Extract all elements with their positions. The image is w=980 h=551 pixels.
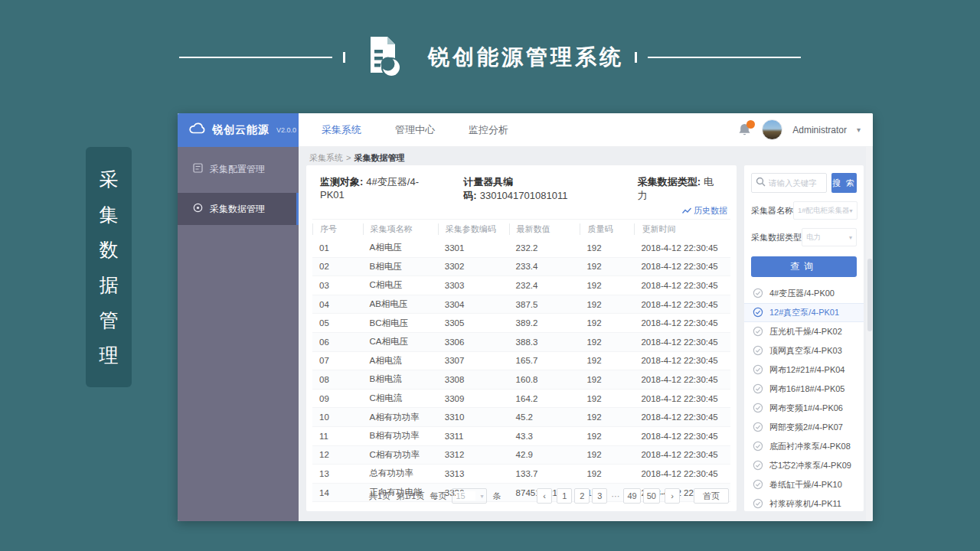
table-row[interactable]: 04AB相电压3304387.51922018-4-12 22:30:45 xyxy=(312,295,730,315)
device-item[interactable]: 压光机干燥/4-PK02 xyxy=(751,322,857,341)
vertical-tab-char: 采 xyxy=(100,170,119,189)
check-circle-icon xyxy=(753,326,763,338)
table-row[interactable]: 09C相电流3309164.21922018-4-12 22:30:45 xyxy=(312,390,730,409)
table-row[interactable]: 03C相电压3303232.41922018-4-12 22:30:45 xyxy=(312,276,730,295)
per-page-caret-icon[interactable]: ▾ xyxy=(480,493,483,500)
monitor-label: 监测对象: xyxy=(320,176,363,187)
table-cell: 3302 xyxy=(438,262,509,271)
table-row[interactable]: 11B相有功功率331143.31922018-4-12 22:30:45 xyxy=(312,427,730,446)
scrollbar-thumb[interactable] xyxy=(867,259,872,331)
collector-caret-icon: ▾ xyxy=(850,207,853,214)
check-circle-icon xyxy=(753,307,763,319)
device-item[interactable]: 4#变压器/4-PK00 xyxy=(751,284,857,303)
table-cell: 2018-4-12 22:30:45 xyxy=(634,281,730,290)
collector-select[interactable]: 1#配电柜采集器 ▾ xyxy=(793,201,858,220)
notification-bell-icon[interactable] xyxy=(738,122,752,138)
data-table: 序号采集项名称采集参数编码最新数值质量码更新时间 01A相电压3301232.2… xyxy=(312,219,730,502)
check-circle-icon xyxy=(753,460,763,472)
table-cell: 总有功功率 xyxy=(363,468,438,479)
device-item[interactable]: 卷纸缸干燥/4-PK10 xyxy=(751,475,857,494)
device-item-label: 网布12#21#/4-PK04 xyxy=(769,364,844,376)
table-row[interactable]: 08B相电流3308160.81922018-4-12 22:30:45 xyxy=(312,370,730,390)
table-cell: B相电压 xyxy=(363,261,438,272)
banner-tick-left xyxy=(343,52,345,63)
table-row[interactable]: 10A相有功功率331045.21922018-4-12 22:30:45 xyxy=(312,408,730,427)
device-item[interactable]: 网布变频1#/4-PK06 xyxy=(751,399,857,418)
top-nav-item[interactable]: 采集系统 xyxy=(322,123,361,137)
pagination-page-button[interactable]: 50 xyxy=(643,488,660,504)
table-cell: C相有功功率 xyxy=(363,449,438,461)
breadcrumb: 采集系统>采集数据管理 xyxy=(299,147,873,164)
table-header-cell: 更新时间 xyxy=(634,223,730,235)
history-data-link[interactable]: 历史数据 xyxy=(682,205,727,217)
table-row[interactable]: 13总有功功率3313133.71922018-4-12 22:30:45 xyxy=(312,465,730,484)
table-cell: BC相电压 xyxy=(363,318,438,329)
vertical-page-tab: 采集数据管理 xyxy=(86,147,132,387)
datatype-select[interactable]: 电力 ▾ xyxy=(802,228,857,246)
table-cell: 192 xyxy=(580,337,634,347)
pagination-page-button[interactable]: 1 xyxy=(557,488,572,504)
per-page-input[interactable] xyxy=(456,491,475,500)
table-cell: 387.5 xyxy=(509,300,580,309)
device-item[interactable]: 衬浆碎浆机/4-PK11 xyxy=(751,494,857,514)
table-cell: 164.2 xyxy=(509,394,580,403)
table-cell: 04 xyxy=(312,300,363,309)
per-page-label: 每页 xyxy=(430,491,446,502)
sidebar-item-label: 采集配置管理 xyxy=(210,163,265,176)
pagination-prev-button[interactable]: ‹ xyxy=(537,488,552,504)
check-circle-icon xyxy=(753,364,763,377)
table-header-row: 序号采集项名称采集参数编码最新数值质量码更新时间 xyxy=(312,219,730,239)
pagination-home-button[interactable]: 首页 xyxy=(694,488,729,504)
table-cell: 2018-4-12 22:30:45 xyxy=(634,337,730,347)
table-row[interactable]: 07A相电流3307165.71922018-4-12 22:30:45 xyxy=(312,352,730,371)
pagination-page-button[interactable]: 3 xyxy=(592,488,607,504)
table-cell: 3303 xyxy=(438,281,509,290)
pagination-page-button[interactable]: 2 xyxy=(574,488,590,504)
table-cell: 160.8 xyxy=(509,375,580,384)
device-item[interactable]: 顶网真空泵/4-PK03 xyxy=(751,341,857,360)
pagination-page-button[interactable]: 49 xyxy=(623,488,640,504)
check-circle-icon xyxy=(753,479,763,491)
table-cell: CA相电压 xyxy=(363,336,438,347)
sidebar-item[interactable]: 采集数据管理 xyxy=(178,193,299,225)
avatar[interactable] xyxy=(762,119,782,140)
sidebar-item-label: 采集数据管理 xyxy=(210,203,265,216)
check-circle-icon xyxy=(753,441,763,453)
breadcrumb-parent[interactable]: 采集系统 xyxy=(309,153,343,162)
breadcrumb-current: 采集数据管理 xyxy=(354,153,404,162)
search-input[interactable] xyxy=(769,178,822,187)
table-cell: 2018-4-12 22:30:45 xyxy=(634,469,730,478)
device-item[interactable]: 网布12#21#/4-PK04 xyxy=(751,360,857,380)
table-cell: 13 xyxy=(312,469,363,478)
table-cell: 165.7 xyxy=(509,356,580,365)
table-cell: A相有功功率 xyxy=(363,412,438,423)
table-row[interactable]: 02B相电压3302233.41922018-4-12 22:30:45 xyxy=(312,258,730,277)
table-cell: 12 xyxy=(312,450,363,459)
search-button[interactable]: 搜 索 xyxy=(831,173,857,193)
chevron-down-icon[interactable]: ▾ xyxy=(857,126,861,134)
table-row[interactable]: 05BC相电压3305389.21922018-4-12 22:30:45 xyxy=(312,314,730,333)
table-cell: 192 xyxy=(580,300,634,309)
device-item[interactable]: 芯1芯2冲浆泵/4-PK09 xyxy=(751,456,857,475)
table-cell: 3301 xyxy=(438,243,509,253)
query-button[interactable]: 查询 xyxy=(751,256,857,277)
table-row[interactable]: 06CA相电压3306388.31922018-4-12 22:30:45 xyxy=(312,333,730,352)
device-item[interactable]: 底面衬冲浆泵/4-PK08 xyxy=(751,437,857,456)
table-row[interactable]: 01A相电压3301232.21922018-4-12 22:30:45 xyxy=(312,239,730,258)
device-item[interactable]: 网布16#18#/4-PK05 xyxy=(751,380,857,399)
device-item[interactable]: 网部变频2#/4-PK07 xyxy=(751,418,857,437)
sidebar-item[interactable]: 采集配置管理 xyxy=(178,153,299,185)
top-nav-item[interactable]: 管理中心 xyxy=(395,123,435,137)
check-circle-icon xyxy=(753,288,763,300)
device-item[interactable]: 12#真空泵/4-PK01 xyxy=(744,303,864,322)
table-cell: 02 xyxy=(312,262,363,271)
scrollbar-track[interactable] xyxy=(866,147,872,521)
data-card: 监测对象:4#变压器/4-PK01 计量器具编码:330104170108101… xyxy=(306,165,737,511)
banner-line-left xyxy=(179,57,332,58)
table-cell: 43.3 xyxy=(509,432,580,441)
table-cell: 45.2 xyxy=(509,412,580,422)
pagination-next-button[interactable]: › xyxy=(665,488,680,504)
cloud-icon xyxy=(188,122,207,138)
table-row[interactable]: 12C相有功功率331242.91922018-4-12 22:30:45 xyxy=(312,446,730,465)
top-nav-item[interactable]: 监控分析 xyxy=(469,123,508,137)
